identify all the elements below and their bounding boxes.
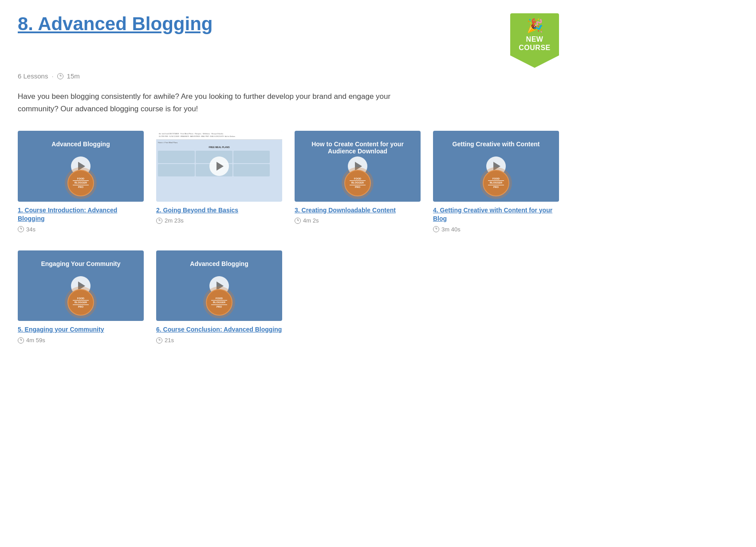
screenshot-card-4 <box>158 164 195 176</box>
lesson-duration-3: 4m 2s <box>295 217 421 224</box>
new-course-badge: 🎉 NEWCOURSE <box>510 13 559 68</box>
lessons-row-2: Engaging Your Community FOOD Blogger PRO… <box>18 250 559 344</box>
lessons-count: 6 Lessons <box>18 72 48 80</box>
screenshot-title: FREE MEAL PLANS <box>158 146 280 148</box>
fbb-text-3b: Blogger <box>351 181 364 184</box>
fbb-line-5b <box>73 305 89 305</box>
clock-icon-4 <box>433 226 439 232</box>
duration-text-5: 4m 59s <box>26 337 45 344</box>
food-blogger-badge-5: FOOD Blogger PRO <box>67 289 94 316</box>
empty-slot-2 <box>433 250 559 344</box>
fbb-text-4b: Blogger <box>490 181 502 184</box>
lesson-card-6: Advanced Blogging FOOD Blogger PRO 6. Co… <box>156 250 282 344</box>
fbb-text-4a: FOOD <box>492 177 500 180</box>
food-blogger-badge-6: FOOD Blogger PRO <box>206 289 232 316</box>
fbb-text-6a: FOOD <box>216 297 223 300</box>
fbb-text-5c: PRO <box>78 305 83 309</box>
clock-icon-2 <box>156 218 162 224</box>
fbb-line-3a <box>350 180 366 181</box>
badge-top: 🎉 NEWCOURSE <box>510 13 559 55</box>
duration: 15m <box>67 72 80 80</box>
lesson-card-1: Advanced Blogging FOOD Blogger PRO 1. Co… <box>18 131 144 233</box>
fbb-text-3c: PRO <box>355 186 360 189</box>
fbb-line-5a <box>73 300 89 301</box>
lesson-thumbnail-6[interactable]: Advanced Blogging FOOD Blogger PRO <box>156 250 282 321</box>
page-container: 8. Advanced Blogging 🎉 NEWCOURSE 6 Lesso… <box>18 13 559 344</box>
thumbnail-text-5: Engaging Your Community <box>18 260 144 267</box>
food-blogger-badge-1: FOOD Blogger PRO <box>67 170 94 196</box>
lesson-title-5[interactable]: 5. Engaging your Community <box>18 325 144 334</box>
fbb-text-1: FOOD <box>77 177 84 180</box>
screenshot-header: the real food DIETITIANS · Free Meal Pla… <box>156 131 282 140</box>
lessons-row-1: Advanced Blogging FOOD Blogger PRO 1. Co… <box>18 131 559 233</box>
lesson-duration-2: 2m 23s <box>156 217 282 224</box>
lesson-title-1[interactable]: 1. Course Introduction: Advanced Bloggin… <box>18 206 144 223</box>
fbb-line-6b <box>211 305 227 305</box>
lesson-card-4: Getting Creative with Content FOOD Blogg… <box>433 131 559 233</box>
lesson-thumbnail-1[interactable]: Advanced Blogging FOOD Blogger PRO <box>18 131 144 202</box>
lesson-duration-4: 3m 40s <box>433 226 559 233</box>
clock-icon-5 <box>18 337 24 344</box>
empty-slot-1 <box>295 250 421 344</box>
clock-icon <box>57 73 63 79</box>
lesson-title-6[interactable]: 6. Course Conclusion: Advanced Blogging <box>156 325 282 334</box>
title-meta-block: 8. Advanced Blogging <box>18 13 213 35</box>
separator: · <box>51 72 53 80</box>
thumbnail-text-6: Advanced Blogging <box>156 260 282 267</box>
play-button-2[interactable] <box>209 156 229 176</box>
lesson-thumbnail-3[interactable]: How to Create Content for your Audience … <box>295 131 421 202</box>
lesson-card-3: How to Create Content for your Audience … <box>295 131 421 233</box>
fbb-text-5a: FOOD <box>77 297 84 300</box>
duration-text-1: 34s <box>26 226 35 233</box>
screenshot-card-1 <box>158 151 195 163</box>
lesson-card-5: Engaging Your Community FOOD Blogger PRO… <box>18 250 144 344</box>
description-text: Have you been blogging consistently for … <box>18 90 417 114</box>
meta-row: 6 Lessons · 15m <box>18 72 559 80</box>
thumbnail-text-3: How to Create Content for your Audience … <box>295 141 421 155</box>
lesson-card-2: the real food DIETITIANS · Free Meal Pla… <box>156 131 282 233</box>
screenshot-card-6 <box>233 164 270 176</box>
food-blogger-badge-4: FOOD Blogger PRO <box>483 170 509 196</box>
clock-icon-3 <box>295 218 301 224</box>
lesson-thumbnail-4[interactable]: Getting Creative with Content FOOD Blogg… <box>433 131 559 202</box>
duration-text-6: 21s <box>165 337 174 344</box>
lesson-title-2[interactable]: 2. Going Beyond the Basics <box>156 206 282 215</box>
duration-text-4: 3m 40s <box>441 226 461 233</box>
fbb-line-4a <box>488 180 504 181</box>
screenshot-subnav: GLUTEN FREE · SLOW COOKER · BREAKFASTS ·… <box>159 136 280 137</box>
fbb-line-1 <box>73 180 89 181</box>
lesson-title-4[interactable]: 4. Getting Creative with Content for you… <box>433 206 559 223</box>
fbb-text-6c: PRO <box>217 305 222 309</box>
lesson-duration-1: 34s <box>18 226 144 233</box>
clock-icon-6 <box>156 337 162 344</box>
fbb-text-3: PRO <box>78 186 83 189</box>
clock-icon-1 <box>18 226 24 232</box>
fbb-text-4c: PRO <box>493 186 499 189</box>
fbb-line-2 <box>73 185 89 185</box>
lesson-duration-5: 4m 59s <box>18 337 144 344</box>
fbb-line-4b <box>488 185 504 185</box>
fbb-text-5b: Blogger <box>75 301 87 304</box>
confetti-icon: 🎉 <box>527 18 543 33</box>
fbb-line-6a <box>211 300 227 301</box>
thumbnail-text-4: Getting Creative with Content <box>433 141 559 148</box>
duration-text-3: 4m 2s <box>303 217 319 224</box>
lesson-thumbnail-2[interactable]: the real food DIETITIANS · Free Meal Pla… <box>156 131 282 202</box>
screenshot-breadcrumb: Home > Free Meal Plans <box>158 141 280 144</box>
screenshot-card-3 <box>233 151 270 163</box>
lesson-title-3[interactable]: 3. Creating Downloadable Content <box>295 206 421 215</box>
food-blogger-badge-3: FOOD Blogger PRO <box>344 170 371 196</box>
fbb-text-2: Blogger <box>75 181 87 184</box>
thumbnail-text-1: Advanced Blogging <box>18 141 144 148</box>
fbb-line-3b <box>350 185 366 185</box>
lesson-thumbnail-5[interactable]: Engaging Your Community FOOD Blogger PRO <box>18 250 144 321</box>
screenshot-nav: the real food DIETITIANS · Free Meal Pla… <box>159 133 280 135</box>
fbb-text-3a: FOOD <box>354 177 361 180</box>
badge-label: NEWCOURSE <box>519 35 550 52</box>
fbb-text-6b: Blogger <box>213 301 225 304</box>
header-area: 8. Advanced Blogging 🎉 NEWCOURSE <box>18 13 559 68</box>
lesson-duration-6: 21s <box>156 337 282 344</box>
badge-ribbon <box>510 55 559 68</box>
course-title[interactable]: 8. Advanced Blogging <box>18 13 213 35</box>
duration-text-2: 2m 23s <box>165 217 184 224</box>
